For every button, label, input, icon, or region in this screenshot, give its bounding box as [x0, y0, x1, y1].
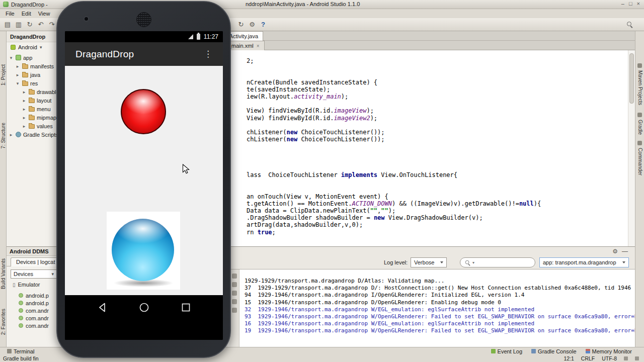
log-line: 37 1929-1929/transport.ma.dragandrop D/:…: [245, 285, 635, 292]
code-line: chListener(new ChoiceTouchListener());: [247, 136, 628, 143]
speaker-grill: [136, 12, 151, 27]
settings-gear-icon[interactable]: ⚙: [612, 248, 618, 255]
tool-button-maven-projects[interactable]: Maven Projects: [637, 70, 643, 105]
log-line: 16 1929-1946/transport.ma.dragandrop W/E…: [245, 320, 635, 327]
code-line: View) findViewById(R.id.imageView2);: [247, 115, 628, 122]
sync-project-icon[interactable]: ↻: [236, 20, 246, 29]
highlight-level-icon[interactable]: [635, 356, 639, 360]
logcat-tool-icon[interactable]: [232, 274, 237, 279]
battery-icon: [197, 34, 200, 40]
code-line: 2;: [247, 57, 628, 64]
status-right: 12:1 CRLF UTF-8: [564, 355, 639, 361]
close-button[interactable]: ×: [637, 1, 640, 7]
code-line: [247, 157, 628, 164]
log-level-select[interactable]: Verbose: [411, 257, 447, 267]
chevron-right-icon[interactable]: ▸: [22, 115, 27, 120]
editor-tab-row-2: activity_main.xml ×: [229, 41, 635, 50]
tool-button-build-variants[interactable]: Build Variants: [1, 258, 6, 289]
logcat-lines[interactable]: 1929-1929/transport.ma.dragandrop D/Atla…: [239, 278, 635, 347]
blue-ball-image[interactable]: [112, 219, 174, 281]
chevron-right-icon[interactable]: ▸: [22, 124, 27, 129]
editor-scrollbar[interactable]: [628, 50, 635, 246]
menu-edit[interactable]: Edit: [18, 10, 35, 17]
logcat-tool-icon[interactable]: [232, 308, 237, 313]
minimize-button[interactable]: –: [621, 1, 624, 7]
folder-icon: [22, 73, 28, 77]
logcat-tool-icon[interactable]: [232, 282, 237, 287]
event-log-label: Event Log: [498, 348, 523, 354]
red-ball-image[interactable]: [121, 89, 166, 134]
event-log-icon: [491, 349, 496, 353]
redo-icon[interactable]: ↷: [47, 20, 57, 29]
logcat-search-input[interactable]: ▾: [460, 257, 535, 267]
menu-file[interactable]: File: [2, 10, 18, 17]
recents-button[interactable]: [181, 302, 191, 313]
log-level-value: Verbose: [414, 259, 434, 265]
maximize-button[interactable]: □: [629, 1, 632, 7]
android-process-icon: [19, 308, 23, 313]
close-icon[interactable]: ×: [257, 43, 260, 49]
tool-button-2-favorites[interactable]: 2: Favorites: [1, 309, 6, 335]
hide-panel-icon[interactable]: —: [622, 248, 628, 255]
line-ending-indicator[interactable]: CRLF: [581, 355, 595, 361]
save-all-icon[interactable]: ▥: [14, 20, 24, 29]
process-name: android.p: [26, 293, 49, 299]
memory-monitor-label: Memory Monitor: [592, 348, 632, 354]
tree-item-label: app: [23, 55, 32, 61]
tool-button-memory-monitor[interactable]: Memory Monitor: [586, 348, 632, 354]
right-tool-stripe: Maven ProjectsGradleCommander: [635, 31, 644, 347]
logcat-output: 1929-1929/transport.ma.dragandrop D/Atla…: [229, 269, 635, 347]
android-emulator: 11:27 DragandDrop ⋮: [56, 1, 231, 358]
tool-button-7-structure[interactable]: 7: Structure: [1, 123, 6, 149]
tab-devices-logcat[interactable]: Devices | logcat: [11, 257, 60, 266]
lock-icon[interactable]: [624, 356, 628, 360]
logcat-filter-select[interactable]: app: transport.ma.dragandrop: [539, 257, 629, 267]
tool-button-commander[interactable]: Commander: [637, 148, 643, 175]
search-everywhere-button[interactable]: [626, 21, 633, 29]
scrollbar-thumb[interactable]: [629, 53, 634, 104]
back-button[interactable]: [97, 302, 108, 313]
tool-button-1-project[interactable]: 1: Project: [1, 64, 6, 85]
log-line: 19 1929-1946/transport.ma.dragandrop W/O…: [245, 327, 635, 334]
home-button[interactable]: [139, 302, 149, 313]
code-editor[interactable]: 2; nCreate(Bundle savedInstanceState) {t…: [229, 50, 628, 246]
chevron-right-icon[interactable]: ▸: [22, 89, 27, 95]
open-folder-icon[interactable]: ▤: [3, 20, 13, 29]
tool-button-terminal[interactable]: Terminal: [7, 348, 35, 354]
chevron-down-icon[interactable]: ▾: [9, 55, 14, 60]
logcat-tool-icon[interactable]: [232, 299, 237, 304]
log-line: 32 1929-1946/transport.ma.dragandrop W/E…: [245, 306, 635, 313]
caret-position[interactable]: 12:1: [564, 355, 574, 361]
signal-icon: [188, 34, 193, 39]
app-title: DragandDrop: [75, 49, 134, 60]
logcat-tool-icon[interactable]: [232, 291, 237, 296]
settings-gear-icon[interactable]: ⚙: [247, 20, 257, 29]
app-content: [65, 66, 223, 295]
encoding-indicator[interactable]: UTF-8: [602, 355, 617, 361]
code-line: Data data = ClipData.newPlainText("","")…: [247, 207, 628, 214]
code-line: [247, 122, 628, 129]
overflow-menu-icon[interactable]: ⋮: [204, 50, 212, 58]
tool-button-event-log[interactable]: Event Log: [491, 348, 523, 354]
chevron-right-icon[interactable]: ▸: [15, 64, 20, 69]
tool-button-gradle[interactable]: Gradle: [637, 120, 643, 135]
devices-dropdown[interactable]: Devices ▾: [11, 269, 57, 279]
logcat-side-toolbar: [229, 269, 239, 347]
chevron-right-icon[interactable]: ▸: [15, 72, 20, 77]
help-icon[interactable]: ?: [258, 20, 268, 29]
menu-view[interactable]: View: [35, 10, 54, 17]
folder-icon: [29, 99, 35, 103]
folder-icon: [22, 64, 28, 69]
chevron-right-icon[interactable]: ▸: [22, 98, 27, 103]
chevron-right-icon[interactable]: ▸: [9, 132, 14, 137]
tool-button-gradle-console[interactable]: Gradle Console: [531, 348, 576, 354]
camera-icon: [84, 16, 89, 22]
process-name: com.andr: [26, 323, 49, 329]
undo-icon[interactable]: ↶: [36, 20, 46, 29]
gradle-console-icon: [531, 349, 536, 353]
chevron-right-icon[interactable]: ▸: [22, 107, 27, 112]
code-line: [247, 64, 628, 71]
chevron-down-icon[interactable]: ▾: [15, 81, 20, 86]
sync-icon[interactable]: ↻: [25, 20, 35, 29]
chevron-down-icon: ▾: [51, 272, 54, 277]
